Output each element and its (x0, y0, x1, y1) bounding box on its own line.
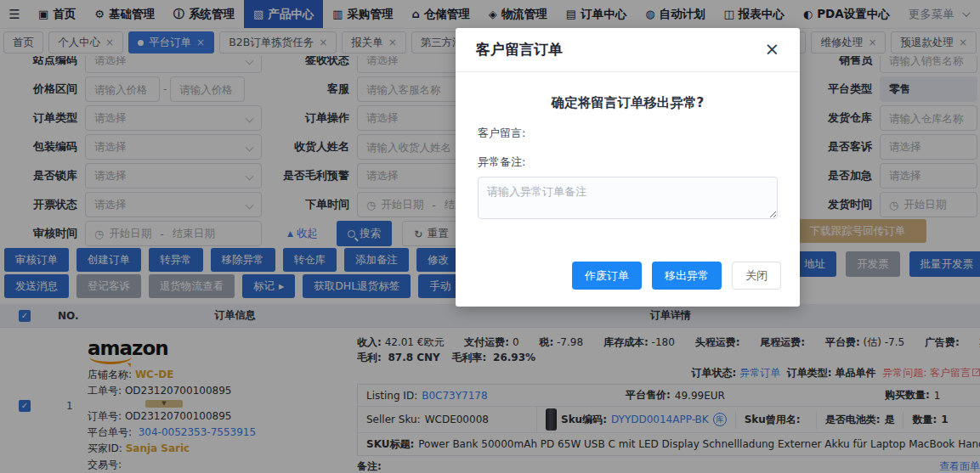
modal-close-button[interactable]: 关闭 (732, 262, 781, 290)
modal-title: 客户留言订单 (476, 40, 563, 59)
void-order-button[interactable]: 作废订单 (572, 262, 642, 290)
modal-footer: 作废订单 移出异常 关闭 (572, 262, 781, 290)
customer-message-order-modal: 客户留言订单 × 确定将留言订单移出异常? 客户留言: 异常备注: 作废订单 移… (456, 28, 800, 307)
exception-remark-textarea[interactable] (478, 177, 778, 219)
modal-header: 客户留言订单 × (456, 28, 800, 72)
remove-exception-confirm-button[interactable]: 移出异常 (652, 262, 722, 290)
confirm-question: 确定将留言订单移出异常? (456, 94, 800, 112)
exception-remark-label: 异常备注: (478, 155, 778, 170)
close-icon[interactable]: × (764, 41, 779, 59)
customer-message-label: 客户留言: (478, 126, 778, 141)
